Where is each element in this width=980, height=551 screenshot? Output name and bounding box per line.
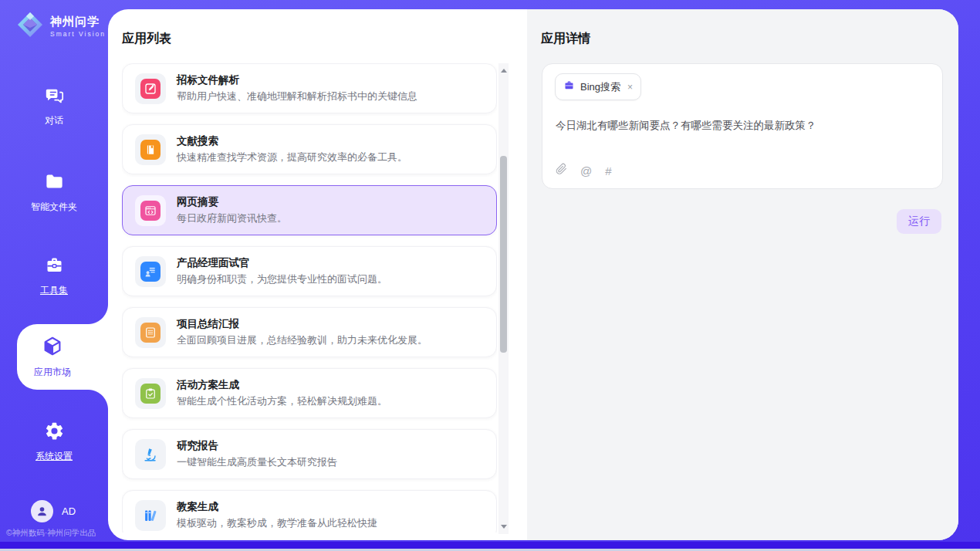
app-card-desc: 全面回顾项目进展，总结经验教训，助力未来优化发展。 (177, 333, 427, 347)
books-icon (135, 500, 166, 531)
app-card-desc: 一键智能生成高质量长文本研究报告 (177, 455, 337, 469)
app-card-title: 产品经理面试官 (177, 256, 250, 270)
sidebar-item-label: 工具集 (40, 284, 68, 297)
scroll-up-arrow[interactable] (501, 69, 507, 73)
app-card-project-summary[interactable]: 项目总结汇报 全面回顾项目进展，总结经验教训，助力未来优化发展。 (122, 307, 497, 357)
app-detail-title: 应用详情 (541, 31, 590, 47)
copyright-text: ©神州数码·神州问学出品 (6, 528, 110, 539)
app-card-tender-analysis[interactable]: 招标文件解析 帮助用户快速、准确地理解和解析招标书中的关键信息 (122, 63, 497, 113)
app-list-panel: 应用列表 招标文件解析 帮助用户快速、准确地理解和解析招标书中的关键信息 (108, 9, 527, 540)
scrollbar-thumb[interactable] (500, 156, 507, 353)
attachment-toolbar: @ # (556, 163, 612, 178)
app-card-title: 项目总结汇报 (177, 317, 239, 331)
sidebar-item-chat[interactable]: 对话 (0, 85, 108, 127)
app-card-event-plan[interactable]: 活动方案生成 智能生成个性化活动方案，轻松解决规划难题。 (122, 368, 497, 418)
sidebar-item-app-market[interactable]: 应用市场 (17, 324, 88, 390)
app-card-research-report[interactable]: 研究报告 一键智能生成高质量长文本研究报告 (122, 429, 497, 479)
diamond-logo-icon (15, 10, 45, 42)
tag-close-icon[interactable]: × (627, 82, 633, 93)
microscope-icon (135, 439, 166, 470)
app-card-title: 活动方案生成 (177, 378, 239, 392)
avatar (31, 500, 53, 522)
prompt-card: Bing搜索 × 今日湖北有哪些新闻要点？有哪些需要关注的最新政策？ @ # (542, 63, 943, 189)
app-card-pm-interviewer[interactable]: 产品经理面试官 明确身份和职责，为您提供专业性的面试问题。 (122, 246, 497, 296)
user-initials: AD (62, 505, 76, 517)
browser-code-icon (135, 195, 166, 226)
cube-icon (41, 335, 64, 361)
app-card-desc: 明确身份和职责，为您提供专业性的面试问题。 (177, 272, 387, 286)
app-card-title: 研究报告 (177, 439, 218, 453)
chat-icon (44, 85, 65, 109)
sidebar-item-label: 对话 (45, 114, 63, 127)
sidebar-item-label: 应用市场 (34, 366, 71, 379)
query-text[interactable]: 今日湖北有哪些新闻要点？有哪些需要关注的最新政策？ (556, 118, 926, 134)
brand-tagline: Smart Vision (50, 30, 106, 38)
user-account[interactable]: AD (31, 500, 76, 522)
app-card-webpage-summary[interactable]: 网页摘要 每日政府新闻资讯快查。 (122, 185, 497, 235)
folder-icon (44, 171, 65, 195)
sidebar-item-settings[interactable]: 系统设置 (0, 421, 108, 463)
tool-tag-label: Bing搜索 (580, 80, 620, 94)
resume-person-icon (135, 256, 166, 287)
gear-icon (44, 421, 65, 445)
clipboard-check-icon (135, 378, 166, 409)
sidebar-item-smart-folder[interactable]: 智能文件夹 (0, 171, 108, 214)
pen-edit-icon (135, 73, 166, 104)
sidebar-item-label: 系统设置 (35, 450, 73, 463)
at-mention-icon[interactable]: @ (580, 164, 592, 177)
list-scrollbar[interactable] (498, 63, 509, 534)
memo-doc-icon (135, 317, 166, 348)
book-icon (135, 134, 166, 165)
app-card-desc: 智能生成个性化活动方案，轻松解决规划难题。 (177, 394, 387, 408)
app-card-title: 文献搜索 (177, 134, 218, 148)
brand-name: 神州问学 (50, 15, 106, 29)
hash-icon[interactable]: # (605, 164, 611, 177)
app-card-literature-search[interactable]: 文献搜索 快速精准查找学术资源，提高研究效率的必备工具。 (122, 124, 497, 174)
brand-logo: 神州问学 Smart Vision (15, 10, 106, 42)
main-content: 应用列表 招标文件解析 帮助用户快速、准确地理解和解析招标书中的关键信息 (108, 9, 958, 540)
paperclip-icon[interactable] (556, 163, 567, 178)
scroll-down-arrow[interactable] (501, 525, 507, 529)
app-card-desc: 帮助用户快速、准确地理解和解析招标书中的关键信息 (177, 90, 417, 103)
briefcase-icon (563, 79, 575, 94)
app-card-list: 招标文件解析 帮助用户快速、准确地理解和解析招标书中的关键信息 文献搜索 快速精… (122, 63, 497, 532)
sidebar: 神州问学 Smart Vision 对话 智能文件夹 (0, 0, 108, 551)
app-card-title: 招标文件解析 (177, 73, 239, 87)
app-detail-panel: 应用详情 Bing搜索 × 今日湖北有哪些新闻要点？有哪些需要关注的最新政策？ (527, 9, 958, 540)
app-list-title: 应用列表 (122, 31, 171, 47)
app-card-desc: 快速精准查找学术资源，提高研究效率的必备工具。 (177, 150, 407, 164)
sidebar-item-label: 智能文件夹 (31, 201, 77, 214)
app-card-title: 教案生成 (177, 500, 218, 514)
sidebar-item-toolset[interactable]: 工具集 (0, 255, 108, 297)
app-card-desc: 模板驱动，教案秒成，教学准备从此轻松快捷 (177, 516, 377, 530)
bottom-accent-strip (0, 542, 980, 549)
tool-tag-bing-search[interactable]: Bing搜索 × (555, 73, 641, 100)
app-card-desc: 每日政府新闻资讯快查。 (177, 211, 287, 225)
app-card-lesson-plan[interactable]: 教案生成 模板驱动，教案秒成，教学准备从此轻松快捷 (122, 490, 497, 532)
sidebar-active-tab-app-market: 应用市场 (17, 324, 108, 390)
toolbox-icon (44, 255, 65, 279)
app-card-title: 网页摘要 (177, 195, 218, 209)
run-button[interactable]: 运行 (897, 209, 941, 234)
